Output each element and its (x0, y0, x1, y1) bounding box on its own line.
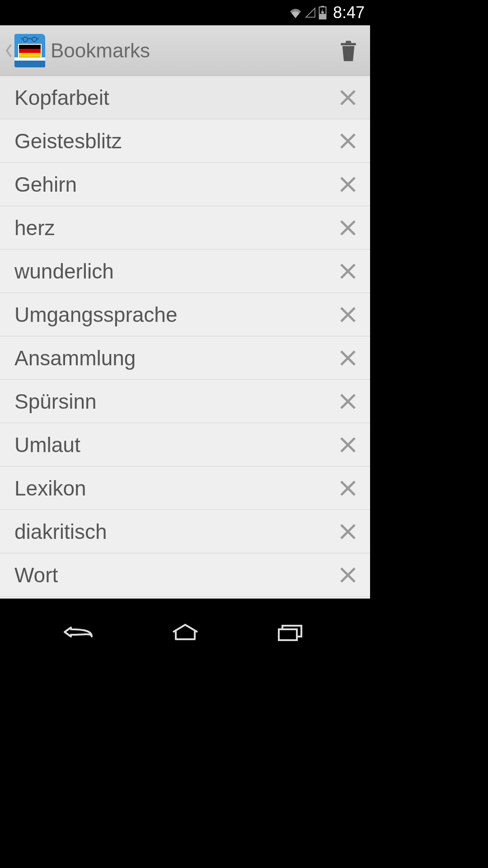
action-bar: Bookmarks (0, 25, 370, 76)
close-icon[interactable] (337, 477, 359, 500)
bookmark-label: Spürsinn (14, 389, 337, 414)
bookmark-label: herz (14, 216, 337, 240)
close-icon[interactable] (337, 86, 359, 109)
bookmark-item[interactable]: Umlaut (0, 423, 370, 467)
svg-rect-5 (279, 629, 297, 640)
battery-charging-icon (319, 6, 327, 19)
svg-point-4 (32, 37, 37, 42)
bookmark-label: Lexikon (14, 476, 337, 500)
bookmark-label: Umgangssprache (14, 302, 337, 327)
close-icon[interactable] (337, 347, 359, 369)
close-icon[interactable] (337, 303, 359, 326)
bookmark-item[interactable]: Lexikon (0, 467, 370, 510)
nav-back-button[interactable] (53, 618, 107, 646)
bookmark-label: Geistesblitz (14, 129, 337, 153)
cellular-signal-icon (305, 7, 316, 18)
page-title: Bookmarks (51, 39, 336, 62)
bookmark-item[interactable]: Umgangssprache (0, 293, 370, 336)
svg-rect-1 (321, 6, 324, 7)
bookmark-label: Umlaut (14, 433, 337, 457)
wifi-icon (289, 7, 302, 18)
svg-point-3 (23, 37, 28, 42)
close-icon[interactable] (337, 130, 359, 152)
close-icon[interactable] (337, 434, 359, 456)
navigation-bar (0, 606, 370, 658)
bookmark-label: Gehirn (14, 172, 337, 197)
bookmark-label: Kopfarbeit (14, 85, 337, 110)
close-icon[interactable] (337, 173, 359, 196)
bookmark-item[interactable]: wunderlich (0, 250, 370, 293)
close-icon[interactable] (337, 520, 359, 543)
delete-all-button[interactable] (336, 38, 361, 63)
bookmark-label: Wort (14, 563, 337, 587)
close-icon[interactable] (337, 564, 359, 586)
nav-recent-button[interactable] (263, 618, 318, 646)
nav-home-button[interactable] (158, 618, 212, 646)
status-time: 8:47 (333, 3, 365, 22)
bookmark-item[interactable]: diakritisch (0, 510, 370, 553)
bookmark-label: wunderlich (14, 259, 337, 283)
bookmark-item[interactable]: Gehirn (0, 163, 370, 206)
status-bar: 8:47 (0, 0, 370, 25)
close-icon[interactable] (337, 390, 359, 413)
back-chevron-icon[interactable] (5, 43, 13, 58)
bookmark-list[interactable]: KopfarbeitGeistesblitzGehirnherzwunderli… (0, 76, 370, 599)
bookmark-item[interactable]: Spürsinn (0, 380, 370, 423)
bookmark-label: diakritisch (14, 519, 337, 544)
bookmark-item[interactable]: Kopfarbeit (0, 76, 370, 119)
bottom-spacer (0, 599, 370, 606)
close-icon[interactable] (337, 217, 359, 239)
close-icon[interactable] (337, 260, 359, 283)
bookmark-item[interactable]: herz (0, 206, 370, 250)
bookmark-item[interactable]: Geistesblitz (0, 119, 370, 163)
bookmark-item[interactable]: Wort (0, 553, 370, 597)
bookmark-item[interactable]: Ansammlung (0, 336, 370, 380)
app-icon[interactable] (14, 34, 45, 67)
bookmark-label: Ansammlung (14, 346, 337, 370)
